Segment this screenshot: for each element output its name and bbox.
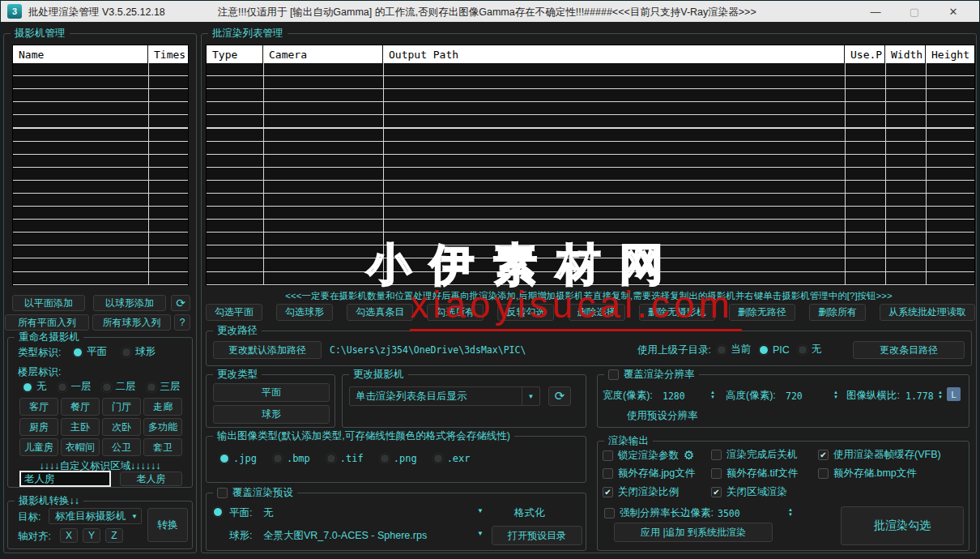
add-as-sphere-button[interactable]: 以球形添加 [93,295,166,311]
help-button[interactable]: ? [174,314,190,331]
type-radio-sphere[interactable]: 球形 [121,345,156,359]
render-header-width[interactable]: Width [885,45,926,63]
delete-no-path-button[interactable]: 删除无路径 [729,304,795,321]
render-list-table[interactable]: Type Camera Output Path Use.P Width Heig… [206,45,975,286]
lock-render-params-checkbox[interactable]: 锁定渲染参数 ⚙ [603,448,694,463]
invert-check-button[interactable]: 反转勾选 [497,304,554,321]
extra-bmp-checkbox[interactable]: 额外存储.bmp文件 [818,467,917,480]
room-button-cloak[interactable]: 衣帽间 [61,438,100,456]
room-button-dining[interactable]: 餐厅 [61,398,100,416]
chevron-down-icon[interactable] [474,507,487,514]
height-value[interactable]: 720 [786,390,803,402]
apply-to-system-batch-button[interactable]: 应用 |追加 到系统批渲染 [614,523,773,542]
change-type-plane-button[interactable]: 平面 [213,383,330,402]
check-all-button[interactable]: 勾选所有 [427,304,484,321]
custom-name-button[interactable]: 老人房 [120,472,182,486]
chevron-down-icon[interactable] [474,530,487,537]
convert-target-dropdown[interactable]: 标准目标摄影机 [49,508,142,524]
room-button-second[interactable]: 次卧 [102,418,141,436]
batch-render-checked-button[interactable]: 批渲染勾选 [841,506,964,545]
custom-name-input[interactable]: 老人房 [19,471,111,487]
preset-plane-radio[interactable] [213,507,223,517]
render-header-output-path[interactable]: Output Path [383,45,845,63]
format-radio-png[interactable]: .png [380,453,417,464]
shutdown-after-render-checkbox[interactable]: 渲染完成后关机 [711,448,798,462]
floor-radio-2[interactable]: 二层 [102,380,136,394]
room-button-kitchen[interactable]: 厨房 [19,418,58,436]
check-true-entries-button[interactable]: 勾选真条目 [347,304,413,321]
override-resolution-checkbox[interactable] [608,369,619,380]
read-from-system-batch-button[interactable]: 从系统批处理读取 [880,304,975,321]
room-button-master[interactable]: 主卧 [61,418,100,436]
aspect-lock-button[interactable]: L [947,387,961,401]
width-spinner[interactable] [708,387,718,402]
room-button-multi[interactable]: 多功能 [143,418,182,436]
format-radio-tif[interactable]: .tif [326,453,364,464]
check-spheres-button[interactable]: 勾选球形 [276,304,333,321]
enqueue-all-planes-button[interactable]: 所有平面入列 [5,314,89,331]
axis-z-button[interactable]: Z [105,528,123,543]
change-entry-path-button[interactable]: 更改条目路径 [853,341,965,359]
floor-radio-3[interactable]: 三层 [147,380,181,394]
check-planes-button[interactable]: 勾选平面 [206,304,262,321]
format-preset-button[interactable]: 格式化 [514,506,545,520]
camera-table[interactable]: Name Times [12,45,189,286]
convert-button[interactable]: 转换 [147,508,188,542]
room-button-living[interactable]: 客厅 [19,398,58,416]
disable-render-scale-checkbox[interactable]: 关闭渲染比例 [603,485,679,499]
extra-jpg-checkbox[interactable]: 额外存储.jpg文件 [603,467,695,480]
render-table-body[interactable] [207,63,974,285]
disable-region-render-checkbox[interactable]: 关闭区域渲染 [711,485,787,499]
floor-radio-1[interactable]: 一层 [58,380,92,394]
parent-dir-radio-none[interactable]: 无 [798,343,822,356]
axis-x-button[interactable]: X [60,528,78,543]
room-button-ensuite-bath[interactable]: 套卫 [143,438,182,456]
render-header-camera[interactable]: Camera [263,45,383,63]
extra-tif-checkbox[interactable]: 额外存储.tif文件 [711,467,798,480]
preset-sphere-value[interactable]: 全景大图VR_7.0-ACES - Sphere.rps [263,529,427,543]
gear-icon[interactable]: ⚙ [684,448,694,463]
change-default-path-button[interactable]: 更改默认添加路径 [213,341,322,359]
use-vfb-checkbox[interactable]: 使用渲染器帧缓存(VFB) [818,448,941,462]
axis-y-button[interactable]: Y [83,528,100,543]
close-icon[interactable]: ✕ [934,1,973,22]
room-button-foyer[interactable]: 门厅 [102,398,141,416]
override-preset-checkbox[interactable] [217,488,228,498]
room-button-corridor[interactable]: 走廊 [143,398,182,416]
force-long-edge-checkbox[interactable]: 强制分辨率长边像素: [604,506,714,520]
change-type-sphere-button[interactable]: 球形 [213,405,330,424]
aspect-spinner[interactable] [935,387,945,402]
height-spinner[interactable] [831,387,841,402]
force-long-edge-value[interactable]: 3500 [718,508,740,519]
format-radio-exr[interactable]: .exr [433,453,471,464]
camera-table-header-times[interactable]: Times [148,45,188,63]
render-header-height[interactable]: Height [926,45,974,63]
refresh-camera-dropdown-icon[interactable]: ⟳ [548,386,571,406]
width-value[interactable]: 1280 [663,390,685,402]
format-radio-jpg[interactable]: .jpg [219,453,257,464]
refresh-camera-list-icon[interactable]: ⟳ [171,295,190,311]
room-button-public-bath[interactable]: 公卫 [102,438,141,456]
use-preset-resolution[interactable]: 使用预设分辨率 [627,409,698,423]
preset-plane-value[interactable]: 无 [263,506,274,520]
camera-table-header-name[interactable]: Name [13,45,148,63]
minimize-icon[interactable]: — [856,1,895,22]
type-radio-plane[interactable]: 平面 [73,345,107,359]
delete-no-camera-button[interactable]: 删除无摄影机 [639,304,715,321]
delete-selected-button[interactable]: 删除选择 [569,304,625,321]
parent-dir-radio-pic[interactable]: PIC [759,344,790,356]
delete-all-button[interactable]: 删除所有 [809,304,866,321]
camera-table-body[interactable] [13,63,188,285]
maximize-icon[interactable]: ▢ [895,1,934,22]
aspect-value[interactable]: 1.778 [905,390,934,402]
parent-dir-radio-current[interactable]: 当前 [717,343,751,356]
add-as-plane-button[interactable]: 以平面添加 [12,295,85,311]
open-preset-dir-button[interactable]: 打开预设目录 [492,526,582,545]
render-header-type[interactable]: Type [207,45,263,63]
format-radio-bmp[interactable]: .bmp [273,453,310,464]
floor-radio-none[interactable]: 无 [23,380,47,394]
render-header-usep[interactable]: Use.P [845,45,885,63]
room-button-kids[interactable]: 儿童房 [19,438,58,456]
force-long-edge-spinner[interactable] [786,505,795,519]
change-camera-dropdown[interactable]: 单击渲染列表条目后显示 [349,386,540,406]
